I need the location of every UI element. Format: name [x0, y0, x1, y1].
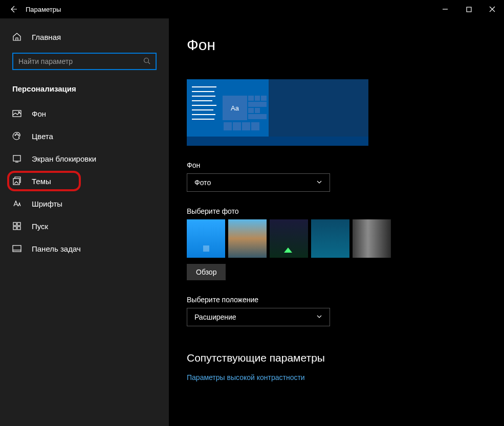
- svg-rect-2: [13, 110, 21, 117]
- nav-label: Темы: [32, 177, 51, 186]
- browse-button[interactable]: Обзор: [187, 264, 226, 280]
- svg-rect-12: [17, 227, 20, 230]
- start-icon: [12, 221, 21, 231]
- minimize-button[interactable]: [433, 0, 457, 18]
- photo-thumbnails: [187, 219, 504, 258]
- dropdown-value: Фото: [194, 178, 211, 187]
- svg-rect-9: [13, 222, 16, 226]
- nav-label: Экран блокировки: [32, 154, 96, 163]
- nav-label: Панель задач: [32, 244, 81, 253]
- back-button[interactable]: [6, 5, 20, 13]
- svg-rect-10: [17, 222, 20, 226]
- thumbnail-5[interactable]: [353, 219, 391, 258]
- svg-rect-11: [13, 227, 16, 230]
- background-dropdown[interactable]: Фото: [187, 173, 330, 192]
- sidebar-item-background[interactable]: Фон: [0, 102, 169, 125]
- thumbnail-1[interactable]: [187, 219, 225, 258]
- lockscreen-icon: [12, 154, 21, 163]
- fit-dropdown[interactable]: Расширение: [187, 308, 330, 326]
- preview-tile: Aa: [223, 96, 247, 120]
- search-box[interactable]: [12, 53, 157, 70]
- background-label: Фон: [187, 161, 504, 169]
- sidebar-item-colors[interactable]: Цвета: [0, 125, 169, 147]
- taskbar-icon: [12, 244, 21, 253]
- image-icon: [12, 109, 21, 118]
- choose-photo-label: Выберите фото: [187, 207, 504, 215]
- sidebar-item-start[interactable]: Пуск: [0, 215, 169, 237]
- home-label: Главная: [32, 33, 61, 41]
- fit-label: Выберите положение: [187, 296, 504, 304]
- search-icon: [143, 57, 150, 66]
- category-header: Персонализация: [0, 80, 169, 102]
- minimize-icon: [442, 6, 448, 12]
- svg-point-3: [18, 111, 19, 113]
- fonts-icon: [12, 199, 21, 208]
- sidebar-item-lockscreen[interactable]: Экран блокировки: [0, 147, 169, 170]
- maximize-button[interactable]: [457, 0, 480, 18]
- palette-icon: [12, 131, 21, 141]
- nav-list: Фон Цвета Экран блокировки Темы Ш: [0, 102, 169, 260]
- chevron-down-icon: [316, 178, 322, 187]
- nav-label: Цвета: [32, 132, 53, 141]
- svg-rect-13: [13, 245, 21, 252]
- svg-rect-7: [13, 155, 20, 161]
- nav-label: Пуск: [32, 222, 48, 231]
- sidebar: Главная Персонализация Фон Цвета Экра: [0, 18, 169, 426]
- themes-icon: [12, 176, 21, 186]
- home-nav[interactable]: Главная: [0, 26, 169, 48]
- close-button[interactable]: [480, 0, 504, 18]
- thumbnail-2[interactable]: [228, 219, 267, 258]
- svg-point-5: [16, 133, 17, 134]
- sidebar-item-themes[interactable]: Темы: [0, 170, 169, 192]
- titlebar: Параметры: [0, 0, 504, 18]
- svg-point-6: [18, 134, 19, 136]
- related-settings-title: Сопутствующие параметры: [187, 352, 504, 364]
- thumbnail-4[interactable]: [311, 219, 349, 258]
- sidebar-item-taskbar[interactable]: Панель задач: [0, 237, 169, 260]
- nav-label: Фон: [32, 109, 46, 118]
- svg-point-4: [15, 134, 16, 136]
- dropdown-value: Расширение: [194, 313, 236, 321]
- high-contrast-link[interactable]: Параметры высокой контрастности: [187, 373, 504, 382]
- page-title: Фон: [187, 36, 504, 54]
- nav-label: Шрифты: [32, 199, 62, 208]
- sidebar-item-fonts[interactable]: Шрифты: [0, 192, 169, 215]
- home-icon: [12, 32, 21, 41]
- chevron-down-icon: [316, 313, 322, 321]
- close-icon: [489, 6, 495, 12]
- svg-rect-0: [467, 7, 471, 12]
- svg-point-1: [144, 58, 149, 62]
- content-area: Фон Aa Фон Фото Выберите фото: [169, 18, 504, 426]
- maximize-icon: [466, 7, 472, 12]
- arrow-left-icon: [9, 5, 17, 13]
- window-title: Параметры: [26, 6, 61, 13]
- thumbnail-3[interactable]: [270, 219, 308, 258]
- desktop-preview: Aa: [187, 79, 368, 146]
- search-input[interactable]: [18, 57, 143, 65]
